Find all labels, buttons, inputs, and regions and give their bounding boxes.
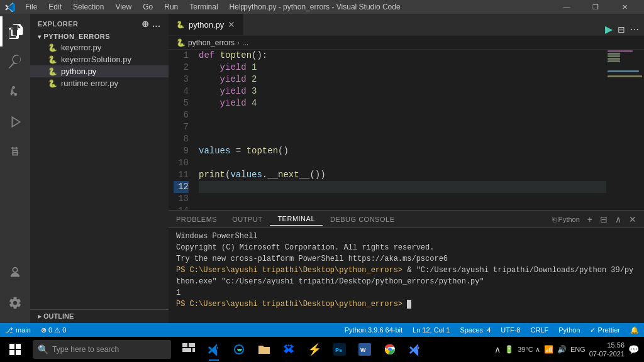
python-version-status[interactable]: Python 3.9.6 64-bit: [340, 323, 408, 337]
taskbar-show-hidden-icon[interactable]: ∧: [494, 344, 501, 354]
close-button[interactable]: ✕: [610, 0, 639, 14]
maximize-button[interactable]: ❐: [581, 0, 610, 14]
spaces-status[interactable]: Spaces: 4: [455, 323, 496, 337]
run-button[interactable]: ▶: [605, 23, 613, 35]
taskbar-wifi-icon[interactable]: 📶: [544, 345, 553, 354]
extensions-activity-icon[interactable]: [0, 137, 30, 167]
file-item-runtimeerror[interactable]: 🐍 runtime error.py: [30, 77, 169, 89]
terminal-tab[interactable]: TERMINAL: [270, 212, 323, 226]
code-line-14: [199, 205, 606, 210]
maximize-panel-icon[interactable]: ∧: [613, 213, 624, 226]
activity-bar: [0, 14, 30, 323]
encoding-status[interactable]: UTF-8: [496, 323, 525, 337]
folder-header[interactable]: ▾ PYTHON_ERRORS: [30, 31, 169, 41]
vscode-logo: [5, 2, 15, 12]
menu-file[interactable]: File: [20, 1, 42, 13]
taskbar-app-thunder[interactable]: ⚡: [302, 337, 327, 362]
code-area: 12345 678910 1112 131415 def topten(): y…: [169, 50, 644, 210]
split-editor-icon[interactable]: ⊟: [618, 25, 625, 35]
file-item-keyerror[interactable]: 🐍 keyerror.py: [30, 41, 169, 53]
taskbar-app-photoshop[interactable]: Ps: [327, 337, 352, 362]
settings-activity-icon[interactable]: [0, 288, 30, 318]
taskbar-battery-icon[interactable]: 🔋: [504, 345, 514, 354]
term-line-prompt: PS C:\Users\ayushi tripathi\Desktop\pyth…: [176, 299, 636, 310]
errors-warnings-status[interactable]: ⊗ 0 ⚠ 0: [36, 323, 71, 337]
prettier-label: ✓ Prettier: [590, 326, 620, 334]
bell-status[interactable]: 🔔: [625, 323, 644, 337]
source-control-activity-icon[interactable]: [0, 77, 30, 107]
more-options-icon[interactable]: …: [152, 19, 162, 29]
close-panel-icon[interactable]: ✕: [626, 213, 639, 226]
date-value: 07-07-2021: [589, 349, 625, 358]
code-line-2: yield 1: [199, 62, 606, 74]
output-tab[interactable]: OUTPUT: [225, 213, 270, 226]
taskbar-app-chrome[interactable]: [377, 337, 402, 362]
svg-rect-2: [9, 350, 14, 355]
minimap: [606, 50, 644, 210]
accounts-activity-icon[interactable]: [0, 258, 30, 288]
taskbar-language[interactable]: ENG: [570, 346, 586, 353]
code-line-7: [199, 121, 606, 133]
taskbar-search[interactable]: 🔍 Type here to search: [33, 340, 171, 359]
add-terminal-icon[interactable]: +: [585, 213, 595, 226]
taskbar-search-icon: 🔍: [38, 344, 48, 354]
more-actions-icon[interactable]: ⋯: [630, 25, 639, 35]
code-line-9: values = topten(): [199, 145, 606, 157]
taskbar-app-cortana[interactable]: [176, 337, 201, 362]
taskbar-app-explorer[interactable]: [252, 337, 277, 362]
menu-selection[interactable]: Selection: [68, 1, 109, 13]
split-terminal-icon[interactable]: ⊟: [597, 213, 610, 226]
menu-terminal[interactable]: Terminal: [184, 1, 223, 13]
folder-arrow-icon: ▾: [38, 33, 42, 40]
code-editor[interactable]: 12345 678910 1112 131415 def topten(): y…: [169, 50, 606, 210]
taskbar-notification-icon[interactable]: 💬: [628, 344, 639, 354]
status-left: ⎇ main ⊗ 0 ⚠ 0: [0, 323, 71, 337]
panel-tabs: PROBLEMS OUTPUT TERMINAL DEBUG CONSOLE ⎗…: [169, 211, 644, 228]
code-content[interactable]: def topten(): yield 1 yield 2 yield 3 yi…: [194, 50, 606, 210]
taskbar-time[interactable]: 15:56 07-07-2021: [589, 341, 625, 359]
language-status[interactable]: Python: [553, 323, 585, 337]
prettier-status[interactable]: ✓ Prettier: [585, 323, 625, 337]
taskbar-app-dropbox[interactable]: [277, 337, 302, 362]
terminal-content[interactable]: Windows PowerShell Copyright (C) Microso…: [169, 228, 644, 323]
title-bar: File Edit Selection View Go Run Terminal…: [0, 0, 644, 14]
git-branch-status[interactable]: ⎇ main: [0, 323, 36, 337]
taskbar-app-vscode[interactable]: [201, 337, 226, 362]
taskbar-app-vscode2[interactable]: [402, 337, 428, 362]
lineending-status[interactable]: CRLF: [526, 323, 554, 337]
editor-tab-python[interactable]: 🐍 python.py ✕: [169, 14, 243, 35]
file-item-python[interactable]: 🐍 python.py: [30, 65, 169, 77]
debug-console-tab[interactable]: DEBUG CONSOLE: [323, 213, 402, 226]
menu-view[interactable]: View: [110, 1, 136, 13]
status-bar: ⎇ main ⊗ 0 ⚠ 0 Python 3.9.6 64-bit Ln 12…: [0, 323, 644, 337]
taskbar: 🔍 Type here to search ⚡ Ps: [0, 337, 644, 362]
python-version-label: Python 3.9.6 64-bit: [345, 326, 402, 334]
menu-go[interactable]: Go: [138, 1, 158, 13]
tab-close-icon[interactable]: ✕: [228, 19, 235, 30]
position-label: Ln 12, Col 1: [413, 326, 450, 334]
sidebar-actions: ⊕ …: [142, 19, 161, 29]
sidebar: Explorer ⊕ … ▾ PYTHON_ERRORS 🐍 keyerror.…: [30, 14, 169, 323]
position-status[interactable]: Ln 12, Col 1: [408, 323, 455, 337]
explorer-activity-icon[interactable]: [0, 16, 30, 47]
start-button[interactable]: [0, 337, 30, 362]
menu-run[interactable]: Run: [159, 1, 183, 13]
run-debug-activity-icon[interactable]: [0, 107, 30, 137]
outline-section[interactable]: ▸ OUTLINE: [30, 309, 169, 323]
minimize-button[interactable]: —: [552, 0, 581, 14]
tab-run-area: ▶ ⊟ ⋯: [605, 23, 644, 35]
file-item-keyerrorsolution[interactable]: 🐍 keyerrorSolution.py: [30, 53, 169, 65]
menu-edit[interactable]: Edit: [43, 1, 67, 13]
svg-rect-7: [192, 348, 195, 352]
term-line-cmd1: PS C:\Users\ayushi tripathi\Desktop\pyth…: [176, 265, 636, 287]
breadcrumb-folder[interactable]: python_errors: [188, 38, 235, 47]
editor-area: 🐍 python.py ✕ ▶ ⊟ ⋯ 🐍 python_errors › ..…: [169, 14, 644, 323]
search-activity-icon[interactable]: [0, 47, 30, 77]
term-line-2: Copyright (C) Microsoft Corporation. All…: [176, 242, 636, 253]
python-label: ⎗ Python: [552, 216, 580, 223]
taskbar-app-edge[interactable]: [226, 337, 252, 362]
problems-tab[interactable]: PROBLEMS: [169, 213, 225, 226]
taskbar-app-word[interactable]: W: [352, 337, 377, 362]
new-file-icon[interactable]: ⊕: [142, 19, 150, 29]
taskbar-volume-icon[interactable]: 🔊: [557, 345, 567, 354]
